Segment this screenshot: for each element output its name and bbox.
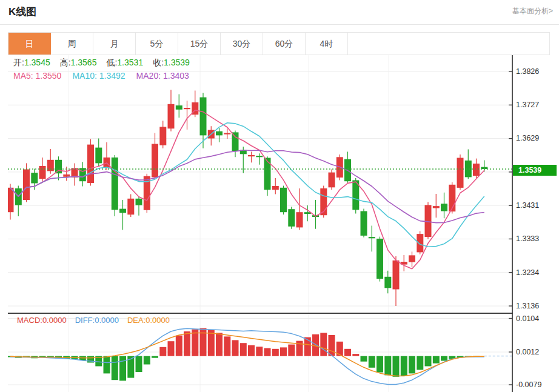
macd-value-readout: MACD:0.0000	[17, 316, 67, 325]
current-price-badge: 1.3539	[513, 165, 557, 176]
page-title: K线图	[8, 5, 36, 19]
price-axis-tick: 1.3826	[516, 67, 555, 76]
ma5-readout: MA5: 1.3550	[13, 71, 61, 81]
tab-60min[interactable]: 60分	[263, 33, 306, 55]
low-label: 低:	[106, 58, 117, 67]
price-axis-tick: 1.3727	[516, 100, 555, 110]
chart-area: 开:1.3545高:1.3565低:1.3531收:1.3539 MA5: 1.…	[0, 55, 559, 392]
price-axis-tick: 1.3431	[516, 201, 555, 210]
open-label: 开:	[13, 58, 24, 67]
macd-readout: MACD:0.0000DIFF:0.0000DEA:0.0000	[17, 316, 170, 325]
macd-axis-tick: 0.0104	[516, 314, 555, 324]
macd-axis-tick: -0.0079	[516, 380, 555, 390]
tab-month[interactable]: 月	[93, 33, 136, 55]
close-value: 1.3539	[164, 58, 190, 67]
price-chart-canvas[interactable]	[8, 55, 513, 313]
ohlc-readout: 开:1.3545高:1.3565低:1.3531收:1.3539	[13, 58, 199, 68]
price-axis-tick: 1.3234	[516, 268, 555, 277]
header-divider	[0, 24, 559, 25]
price-axis-tick: 1.3333	[516, 234, 555, 244]
dea-value-readout: DEA:0.0000	[127, 316, 170, 325]
ma-readout: MA5: 1.3550MA10: 1.3492MA20: 1.3403	[13, 71, 189, 81]
high-value: 1.3565	[71, 58, 97, 67]
macd-chart-canvas[interactable]	[8, 314, 513, 392]
price-axis-tick: 1.3136	[516, 301, 555, 311]
tab-5min[interactable]: 5分	[136, 33, 178, 55]
tab-filler	[348, 33, 549, 55]
tab-30min[interactable]: 30分	[221, 33, 263, 55]
close-label: 收:	[153, 58, 164, 67]
tab-week[interactable]: 周	[51, 33, 93, 55]
high-label: 高:	[60, 58, 71, 67]
macd-axis-tick: 0.0012	[516, 347, 555, 357]
tab-15min[interactable]: 15分	[178, 33, 221, 55]
ma20-readout: MA20: 1.3403	[136, 71, 189, 81]
open-value: 1.3545	[24, 58, 50, 67]
diff-value-readout: DIFF:0.0000	[75, 316, 119, 325]
ma10-readout: MA10: 1.3492	[72, 71, 125, 81]
kline-widget: K线图 基本面分析> 日 周 月 5分 15分 30分 60分 4时 开:1.3…	[0, 0, 559, 392]
tab-4hour[interactable]: 4时	[306, 33, 348, 55]
tab-day[interactable]: 日	[8, 33, 51, 55]
low-value: 1.3531	[117, 58, 143, 67]
price-axis-tick: 1.3629	[516, 133, 555, 143]
fundamental-analysis-link[interactable]: 基本面分析>	[512, 6, 553, 16]
interval-tab-bar: 日 周 月 5分 15分 30分 60分 4时	[8, 32, 550, 55]
